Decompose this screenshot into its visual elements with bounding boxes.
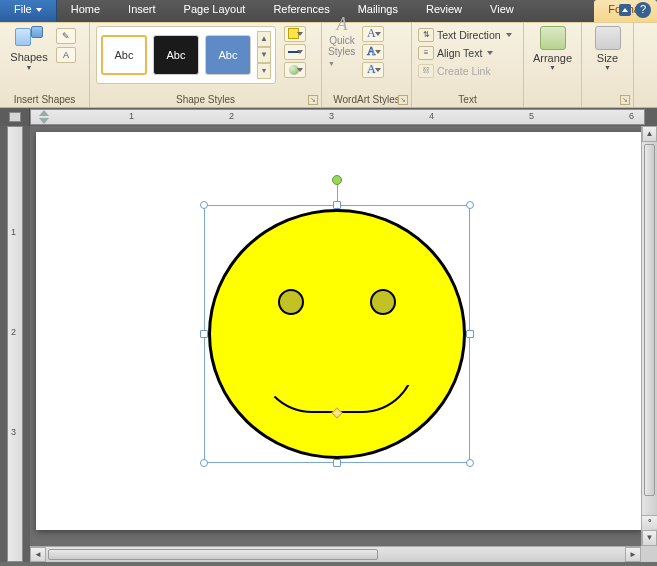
- hruler-num-2: 2: [229, 111, 234, 121]
- size-icon: [595, 26, 621, 50]
- quick-styles-label-2: Styles: [328, 46, 355, 57]
- group-label-text: Text: [418, 93, 517, 107]
- link-icon: ⛓: [418, 64, 434, 78]
- resize-handle-bl[interactable]: [200, 459, 208, 467]
- quick-styles-label-1: Quick: [329, 35, 355, 46]
- tab-file[interactable]: File: [0, 0, 57, 22]
- vruler-num-1: 1: [11, 227, 16, 237]
- shapes-button-label: Shapes: [10, 51, 47, 63]
- document-viewport: ▲ ∘ ▼ ◄ ►: [30, 126, 657, 562]
- scroll-up-icon[interactable]: ▲: [642, 126, 657, 142]
- tab-home[interactable]: Home: [57, 0, 114, 22]
- group-insert-shapes: Shapes ▼ ✎ A Insert Shapes: [0, 23, 90, 107]
- hruler-num-3: 3: [329, 111, 334, 121]
- text-box-button[interactable]: A: [56, 47, 76, 63]
- text-effects-button[interactable]: A: [362, 62, 384, 78]
- vruler-num-3: 3: [11, 427, 16, 437]
- resize-handle-tr[interactable]: [466, 201, 474, 209]
- tab-review[interactable]: Review: [412, 0, 476, 22]
- horizontal-ruler-row: 1 2 3 4 5 6: [0, 108, 657, 126]
- style-swatch-2[interactable]: Abc: [153, 35, 199, 75]
- group-text: ⇅ Text Direction ≡ Align Text ⛓ Create L…: [412, 23, 524, 107]
- scroll-corner: [641, 546, 657, 562]
- indent-marker[interactable]: [39, 110, 49, 124]
- align-text-label: Align Text: [437, 47, 482, 59]
- create-link-button: ⛓ Create Link: [418, 62, 517, 79]
- group-label-wordart: WordArt Styles: [328, 93, 405, 107]
- arrange-icon: [540, 26, 566, 50]
- tab-mailings[interactable]: Mailings: [344, 0, 412, 22]
- wordart-icon: A: [337, 14, 348, 35]
- hscroll-thumb[interactable]: [48, 549, 378, 560]
- vruler-num-2: 2: [11, 327, 16, 337]
- gallery-more-icon[interactable]: ▾: [257, 63, 271, 79]
- horizontal-ruler[interactable]: 1 2 3 4 5 6: [30, 109, 645, 125]
- horizontal-scrollbar[interactable]: ◄ ►: [30, 546, 641, 562]
- align-text-button[interactable]: ≡ Align Text: [418, 44, 517, 61]
- resize-handle-tl[interactable]: [200, 201, 208, 209]
- text-direction-button[interactable]: ⇅ Text Direction: [418, 26, 517, 43]
- scroll-left-icon[interactable]: ◄: [30, 547, 46, 562]
- arrange-button[interactable]: Arrange ▼: [530, 26, 575, 71]
- text-outline-button[interactable]: A: [362, 44, 384, 60]
- tab-page-layout[interactable]: Page Layout: [170, 0, 260, 22]
- hruler-num-1: 1: [129, 111, 134, 121]
- ribbon-tabs: File Home Insert Page Layout References …: [0, 0, 657, 22]
- group-size: Size ▼ ↘: [582, 23, 634, 107]
- hruler-num-5: 5: [529, 111, 534, 121]
- size-label: Size: [597, 52, 618, 64]
- selection-frame: [204, 205, 470, 463]
- resize-handle-r[interactable]: [466, 330, 474, 338]
- create-link-label: Create Link: [437, 65, 491, 77]
- size-dialog-launcher[interactable]: ↘: [620, 95, 630, 105]
- hruler-num-6: 6: [629, 111, 634, 121]
- ruler-corner[interactable]: [0, 108, 30, 126]
- ribbon: Shapes ▼ ✎ A Insert Shapes Abc Abc Abc ▲…: [0, 22, 657, 108]
- shape-fill-button[interactable]: [284, 26, 306, 42]
- style-swatch-1[interactable]: Abc: [101, 35, 147, 75]
- minimize-ribbon-icon[interactable]: [619, 4, 631, 16]
- help-icon[interactable]: ?: [635, 2, 651, 18]
- wordart-dialog-launcher[interactable]: ↘: [398, 95, 408, 105]
- size-button[interactable]: Size ▼: [588, 26, 627, 71]
- tab-references[interactable]: References: [259, 0, 343, 22]
- group-arrange: Arrange ▼: [524, 23, 582, 107]
- tab-insert[interactable]: Insert: [114, 0, 170, 22]
- style-swatch-3[interactable]: Abc: [205, 35, 251, 75]
- quick-styles-button[interactable]: A Quick Styles ▼: [328, 26, 356, 56]
- shape-selection[interactable]: [204, 205, 470, 463]
- align-text-icon: ≡: [418, 46, 434, 60]
- group-shape-styles: Abc Abc Abc ▲ ▼ ▾ Shape Styles ↘: [90, 23, 322, 107]
- shapes-icon: [15, 26, 43, 50]
- resize-handle-b[interactable]: [333, 459, 341, 467]
- shape-outline-button[interactable]: [284, 44, 306, 60]
- group-label-insert-shapes: Insert Shapes: [6, 93, 83, 107]
- hruler-num-4: 4: [429, 111, 434, 121]
- vertical-ruler-column: 1 2 3: [0, 126, 30, 562]
- work-area: 1 2 3: [0, 126, 657, 562]
- page[interactable]: [36, 132, 642, 530]
- shape-effects-button[interactable]: [284, 62, 306, 78]
- edit-shape-button[interactable]: ✎: [56, 28, 76, 44]
- gallery-scroll-up-icon[interactable]: ▲: [257, 31, 271, 47]
- shapes-gallery-button[interactable]: Shapes ▼: [6, 26, 52, 71]
- shape-styles-dialog-launcher[interactable]: ↘: [308, 95, 318, 105]
- group-label-shape-styles: Shape Styles: [96, 93, 315, 107]
- scroll-right-icon[interactable]: ►: [625, 547, 641, 562]
- text-fill-button[interactable]: A: [362, 26, 384, 42]
- text-direction-icon: ⇅: [418, 28, 434, 42]
- vertical-ruler[interactable]: 1 2 3: [7, 126, 23, 562]
- vscroll-thumb[interactable]: [644, 144, 655, 496]
- arrange-label: Arrange: [533, 52, 572, 64]
- resize-handle-l[interactable]: [200, 330, 208, 338]
- resize-handle-br[interactable]: [466, 459, 474, 467]
- resize-handle-t[interactable]: [333, 201, 341, 209]
- group-wordart-styles: A Quick Styles ▼ A A A WordArt Styles ↘: [322, 23, 412, 107]
- tab-view[interactable]: View: [476, 0, 528, 22]
- object-browser-button[interactable]: ∘: [642, 515, 657, 529]
- vertical-scrollbar[interactable]: ▲ ∘ ▼: [641, 126, 657, 546]
- rotation-handle[interactable]: [332, 175, 342, 185]
- scroll-down-icon[interactable]: ▼: [642, 530, 657, 546]
- shape-style-gallery[interactable]: Abc Abc Abc ▲ ▼ ▾: [96, 26, 276, 84]
- gallery-scroll-down-icon[interactable]: ▼: [257, 47, 271, 63]
